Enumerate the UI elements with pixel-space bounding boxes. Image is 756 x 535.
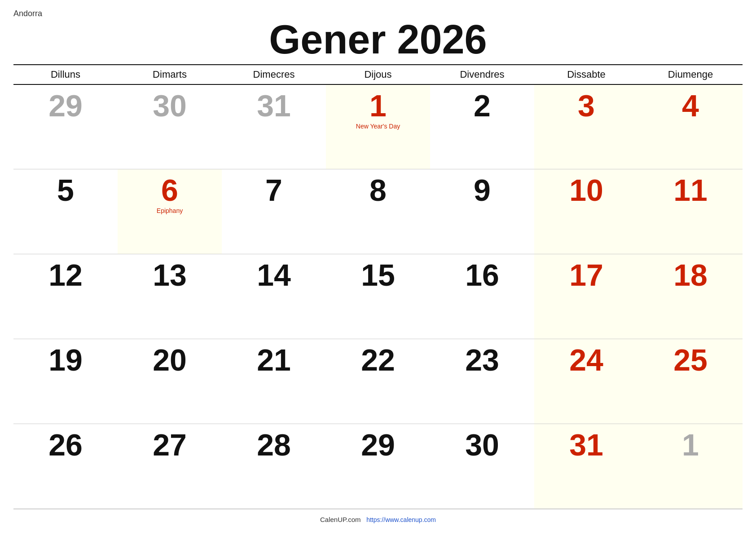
day-number: 28 [257, 429, 291, 460]
header-diumenge: Diumenge [638, 65, 743, 84]
day-number: 29 [48, 90, 83, 121]
day-number: 31 [257, 90, 291, 121]
day-number: 9 [474, 175, 491, 205]
calendar-cell: 22 [326, 339, 430, 424]
day-number: 14 [257, 260, 291, 290]
header-dissabte: Dissabte [534, 65, 638, 84]
calendar-cell: 20 [118, 339, 222, 424]
day-number: 30 [153, 90, 187, 121]
calendar-cell: 7 [222, 169, 326, 254]
calendar-cell: 26 [13, 424, 118, 509]
calendar-cell: 9 [430, 169, 534, 254]
calendar-cell: 29 [13, 84, 118, 169]
calendar-cell: 23 [430, 339, 534, 424]
day-number: 8 [369, 175, 387, 205]
day-number: 17 [569, 260, 603, 290]
calendar-cell: 30 [430, 424, 534, 509]
header-dijous: Dijous [326, 65, 430, 84]
header-dimecres: Dimecres [222, 65, 326, 84]
footer: CalenUP.com https://www.calenup.com [13, 509, 743, 526]
footer-link[interactable]: https://www.calenup.com [366, 516, 436, 523]
day-number: 16 [465, 260, 499, 290]
calendar-cell: 21 [222, 339, 326, 424]
day-number: 27 [153, 429, 187, 460]
day-number: 5 [57, 175, 74, 205]
day-number: 22 [361, 345, 395, 375]
calendar-cell: 11 [638, 169, 743, 254]
calendar-cell: 4 [638, 84, 743, 169]
day-number: 25 [673, 345, 708, 375]
day-number: 29 [361, 429, 395, 460]
day-number: 19 [48, 345, 83, 375]
day-number: 26 [48, 429, 83, 460]
calendar-cell: 18 [638, 254, 743, 339]
day-number: 24 [569, 345, 603, 375]
calendar-cell: 5 [13, 169, 118, 254]
calendar-cell: 16 [430, 254, 534, 339]
day-number: 21 [257, 345, 291, 375]
day-number: 12 [48, 260, 83, 290]
calendar-cell: 25 [638, 339, 743, 424]
day-number: 3 [578, 90, 595, 121]
day-number: 30 [465, 429, 499, 460]
day-number: 23 [465, 345, 499, 375]
calendar-cell: 14 [222, 254, 326, 339]
calendar-cell: 12 [13, 254, 118, 339]
calendar-cell: 6Epiphany [118, 169, 222, 254]
day-number: 13 [153, 260, 187, 290]
day-number: 11 [673, 175, 708, 205]
calendar-cell: 17 [534, 254, 638, 339]
calendar-cell: 3 [534, 84, 638, 169]
calendar-cell: 2 [430, 84, 534, 169]
calendar-cell: 27 [118, 424, 222, 509]
page-title: Gener 2026 [13, 19, 743, 60]
calendar-cell: 29 [326, 424, 430, 509]
calendar-cell: 31 [222, 84, 326, 169]
calendar-cell: 13 [118, 254, 222, 339]
day-number: 18 [673, 260, 708, 290]
calendar-cell: 31 [534, 424, 638, 509]
calendar-cell: 10 [534, 169, 638, 254]
calendar-cell: 28 [222, 424, 326, 509]
day-number: 1 [369, 90, 387, 121]
day-number: 4 [682, 90, 699, 121]
day-number: 20 [153, 345, 187, 375]
footer-brand: CalenUP.com [320, 516, 361, 523]
calendar-cell: 15 [326, 254, 430, 339]
calendar-table: DillunsDimartsDimecresDijousDivendresDis… [13, 64, 743, 509]
day-number: 7 [265, 175, 282, 205]
calendar-cell: 1New Year's Day [326, 84, 430, 169]
header-dilluns: Dilluns [13, 65, 118, 84]
header-dimarts: Dimarts [118, 65, 222, 84]
calendar-cell: 19 [13, 339, 118, 424]
header-divendres: Divendres [430, 65, 534, 84]
calendar-cell: 8 [326, 169, 430, 254]
calendar-cell: 24 [534, 339, 638, 424]
calendar-cell: 1 [638, 424, 743, 509]
calendar-cell: 30 [118, 84, 222, 169]
holiday-label: New Year's Day [356, 123, 400, 130]
day-number: 10 [569, 175, 603, 205]
day-number: 1 [682, 429, 699, 460]
day-number: 6 [161, 175, 178, 205]
day-number: 2 [474, 90, 491, 121]
holiday-label: Epiphany [157, 207, 183, 214]
day-number: 15 [361, 260, 395, 290]
day-number: 31 [569, 429, 603, 460]
